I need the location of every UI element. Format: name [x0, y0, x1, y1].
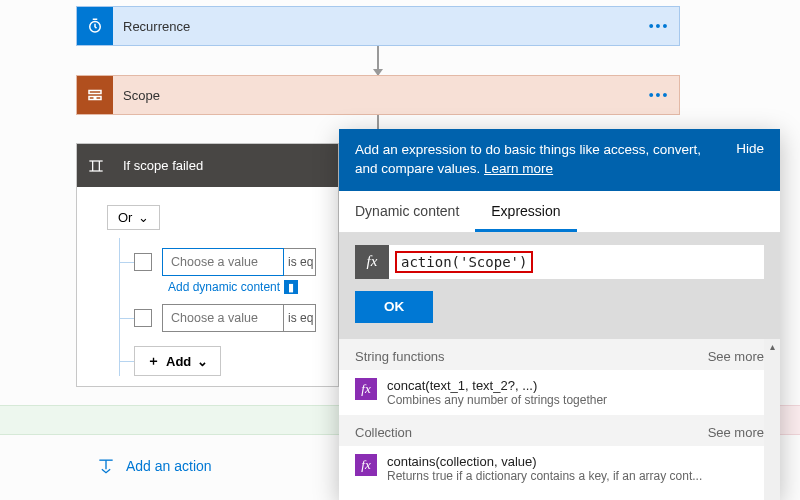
connector-arrow	[377, 46, 379, 75]
group-header-collection: Collection See more	[339, 415, 780, 446]
panel-tabs: Dynamic content Expression	[339, 191, 780, 233]
scrollbar[interactable]: ▴	[764, 339, 780, 500]
recurrence-card[interactable]: Recurrence •••	[76, 6, 680, 46]
chevron-down-icon: ⌄	[138, 210, 149, 225]
see-more-link[interactable]: See more	[708, 425, 764, 440]
scope-title: Scope	[113, 88, 639, 103]
function-item-contains[interactable]: fx contains(collection, value) Returns t…	[339, 446, 780, 491]
condition-card: If scope failed Or ⌄ is eq Add dynamic c…	[76, 143, 339, 387]
fx-icon: fx	[355, 245, 389, 279]
recurrence-menu-button[interactable]: •••	[639, 18, 679, 34]
ok-button[interactable]: OK	[355, 291, 433, 323]
operator-dropdown[interactable]: is eq	[284, 304, 316, 332]
condition-title: If scope failed	[115, 158, 338, 173]
scope-icon	[77, 76, 113, 114]
fx-icon: fx	[355, 454, 377, 476]
expression-panel: Add an expression to do basic things lik…	[339, 129, 780, 500]
condition-header[interactable]: If scope failed	[77, 144, 338, 187]
hide-button[interactable]: Hide	[736, 141, 764, 156]
scope-menu-button[interactable]: •••	[639, 87, 679, 103]
expression-input[interactable]: action('Scope')	[389, 245, 764, 279]
add-dynamic-content-link[interactable]: Add dynamic content ▮	[120, 276, 338, 294]
recurrence-title: Recurrence	[113, 19, 639, 34]
logic-operator-dropdown[interactable]: Or ⌄	[107, 205, 160, 230]
svg-rect-1	[89, 91, 101, 94]
fx-icon: fx	[355, 378, 377, 400]
condition-row: is eq	[120, 294, 338, 332]
function-item-concat[interactable]: fx concat(text_1, text_2?, ...) Combines…	[339, 370, 780, 415]
function-list: String functions See more fx concat(text…	[339, 339, 780, 500]
logic-operator-label: Or	[118, 210, 132, 225]
add-condition-button[interactable]: ＋ Add ⌄	[134, 346, 221, 376]
row-checkbox[interactable]	[134, 253, 152, 271]
expression-editor-area: fx action('Scope') OK	[339, 233, 780, 339]
tab-expression[interactable]: Expression	[475, 191, 576, 232]
learn-more-link[interactable]: Learn more	[484, 161, 553, 176]
add-action-icon	[96, 456, 116, 476]
condition-icon	[77, 144, 115, 187]
scroll-up-icon[interactable]: ▴	[764, 339, 780, 355]
svg-rect-2	[89, 97, 94, 100]
value-input-2[interactable]	[162, 304, 284, 332]
expression-value: action('Scope')	[395, 251, 533, 273]
see-more-link[interactable]: See more	[708, 349, 764, 364]
panel-message: Add an expression to do basic things lik…	[355, 141, 724, 179]
plus-icon: ＋	[147, 352, 160, 370]
condition-row: is eq	[120, 238, 338, 276]
row-checkbox[interactable]	[134, 309, 152, 327]
group-header-string: String functions See more	[339, 339, 780, 370]
dynamic-badge-icon: ▮	[284, 280, 298, 294]
add-action-link[interactable]: Add an action	[96, 456, 212, 476]
operator-dropdown[interactable]: is eq	[284, 248, 316, 276]
scope-card[interactable]: Scope •••	[76, 75, 680, 115]
tab-dynamic-content[interactable]: Dynamic content	[339, 191, 475, 232]
clock-icon	[77, 7, 113, 45]
svg-rect-3	[96, 97, 101, 100]
panel-header: Add an expression to do basic things lik…	[339, 129, 780, 191]
value-input-1[interactable]	[162, 248, 284, 276]
chevron-down-icon: ⌄	[197, 354, 208, 369]
